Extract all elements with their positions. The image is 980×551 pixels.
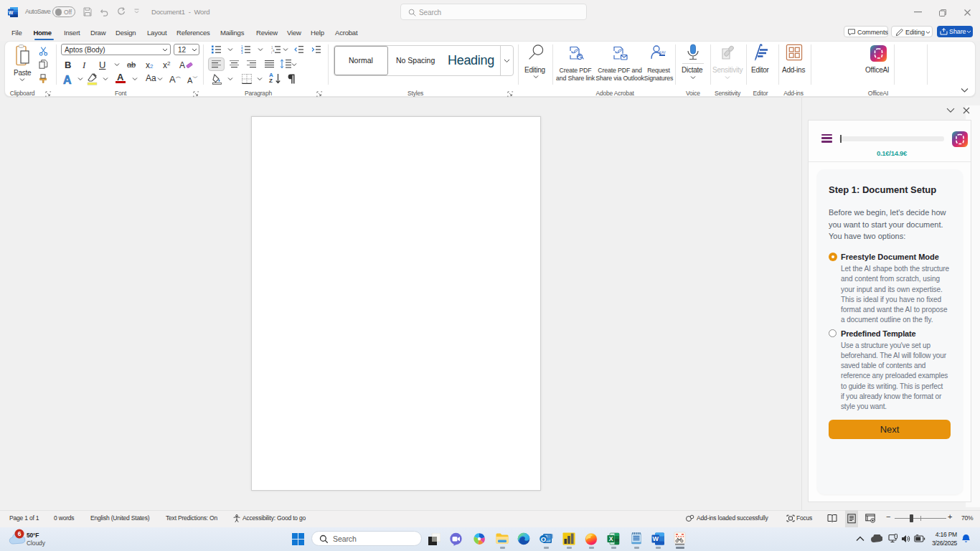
svg-text:3: 3 (241, 51, 243, 54)
svg-text:a: a (273, 49, 275, 52)
svg-text:KAV: KAV (659, 51, 666, 55)
svg-text:X: X (609, 535, 613, 542)
svg-text:W: W (9, 10, 14, 15)
svg-text:i: i (271, 51, 272, 54)
svg-text:W: W (652, 535, 659, 542)
svg-text:6: 6 (18, 530, 22, 537)
svg-text:O: O (541, 535, 546, 543)
svg-text:A: A (63, 74, 72, 85)
